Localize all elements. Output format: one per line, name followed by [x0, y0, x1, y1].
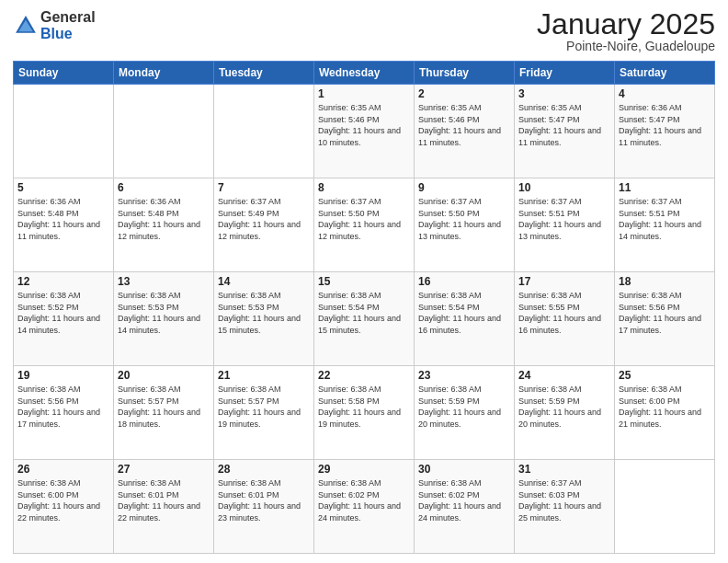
weekday-header-tuesday: Tuesday: [214, 62, 314, 85]
day-info: Sunrise: 6:38 AMSunset: 5:53 PMDaylight:…: [218, 290, 310, 336]
day-number: 21: [218, 369, 310, 382]
day-number: 1: [318, 87, 410, 100]
day-info: Sunrise: 6:38 AMSunset: 6:02 PMDaylight:…: [318, 477, 410, 523]
day-number: 6: [118, 181, 210, 194]
day-number: 30: [418, 463, 510, 476]
week-row-2: 5Sunrise: 6:36 AMSunset: 5:48 PMDaylight…: [14, 178, 715, 272]
day-number: 23: [418, 369, 510, 382]
day-info: Sunrise: 6:37 AMSunset: 5:51 PMDaylight:…: [619, 196, 711, 242]
day-number: 19: [17, 369, 109, 382]
day-number: 24: [518, 369, 610, 382]
day-info: Sunrise: 6:38 AMSunset: 6:02 PMDaylight:…: [418, 477, 510, 523]
logo: General Blue: [13, 9, 96, 41]
day-number: 31: [518, 463, 610, 476]
day-info: Sunrise: 6:36 AMSunset: 5:48 PMDaylight:…: [118, 196, 210, 242]
day-number: 25: [619, 369, 711, 382]
day-cell: 21Sunrise: 6:38 AMSunset: 5:57 PMDayligh…: [214, 366, 314, 460]
day-cell: 20Sunrise: 6:38 AMSunset: 5:57 PMDayligh…: [114, 366, 214, 460]
day-cell: 27Sunrise: 6:38 AMSunset: 6:01 PMDayligh…: [114, 460, 214, 554]
day-number: 20: [118, 369, 210, 382]
day-cell: 1Sunrise: 6:35 AMSunset: 5:46 PMDaylight…: [314, 85, 415, 178]
day-cell: 9Sunrise: 6:37 AMSunset: 5:50 PMDaylight…: [415, 178, 515, 272]
day-info: Sunrise: 6:38 AMSunset: 5:58 PMDaylight:…: [318, 384, 410, 430]
weekday-header-saturday: Saturday: [615, 62, 715, 85]
day-info: Sunrise: 6:38 AMSunset: 5:55 PMDaylight:…: [518, 290, 610, 336]
day-cell: 8Sunrise: 6:37 AMSunset: 5:50 PMDaylight…: [314, 178, 415, 272]
day-cell: 29Sunrise: 6:38 AMSunset: 6:02 PMDayligh…: [314, 460, 415, 554]
month-title: January 2025: [537, 9, 715, 39]
day-number: 4: [619, 87, 711, 100]
day-cell: 30Sunrise: 6:38 AMSunset: 6:02 PMDayligh…: [415, 460, 515, 554]
day-cell: [615, 460, 715, 554]
logo-icon: [13, 13, 39, 39]
week-row-4: 19Sunrise: 6:38 AMSunset: 5:56 PMDayligh…: [14, 366, 715, 460]
header: General Blue January 2025 Pointe-Noire, …: [13, 9, 715, 53]
day-cell: 28Sunrise: 6:38 AMSunset: 6:01 PMDayligh…: [214, 460, 314, 554]
day-cell: 4Sunrise: 6:36 AMSunset: 5:47 PMDaylight…: [615, 85, 715, 178]
day-cell: 19Sunrise: 6:38 AMSunset: 5:56 PMDayligh…: [14, 366, 114, 460]
day-cell: [14, 85, 114, 178]
day-info: Sunrise: 6:37 AMSunset: 6:03 PMDaylight:…: [518, 477, 610, 523]
day-number: 7: [218, 181, 310, 194]
day-number: 26: [17, 463, 109, 476]
day-number: 18: [619, 275, 711, 288]
weekday-header-row: SundayMondayTuesdayWednesdayThursdayFrid…: [14, 62, 715, 85]
day-info: Sunrise: 6:38 AMSunset: 5:59 PMDaylight:…: [518, 384, 610, 430]
day-cell: 5Sunrise: 6:36 AMSunset: 5:48 PMDaylight…: [14, 178, 114, 272]
logo-blue-text: Blue: [40, 26, 96, 42]
day-number: 15: [318, 275, 410, 288]
day-cell: 3Sunrise: 6:35 AMSunset: 5:47 PMDaylight…: [515, 85, 615, 178]
day-number: 12: [17, 275, 109, 288]
day-info: Sunrise: 6:37 AMSunset: 5:50 PMDaylight:…: [418, 196, 510, 242]
day-cell: 13Sunrise: 6:38 AMSunset: 5:53 PMDayligh…: [114, 272, 214, 366]
week-row-1: 1Sunrise: 6:35 AMSunset: 5:46 PMDaylight…: [14, 85, 715, 178]
day-number: 17: [518, 275, 610, 288]
page: General Blue January 2025 Pointe-Noire, …: [0, 0, 728, 563]
day-cell: [214, 85, 314, 178]
day-info: Sunrise: 6:38 AMSunset: 6:01 PMDaylight:…: [118, 477, 210, 523]
day-cell: 23Sunrise: 6:38 AMSunset: 5:59 PMDayligh…: [415, 366, 515, 460]
day-cell: 25Sunrise: 6:38 AMSunset: 6:00 PMDayligh…: [615, 366, 715, 460]
day-cell: 7Sunrise: 6:37 AMSunset: 5:49 PMDaylight…: [214, 178, 314, 272]
day-info: Sunrise: 6:38 AMSunset: 5:56 PMDaylight:…: [17, 384, 109, 430]
day-number: 29: [318, 463, 410, 476]
weekday-header-friday: Friday: [515, 62, 615, 85]
day-cell: 2Sunrise: 6:35 AMSunset: 5:46 PMDaylight…: [415, 85, 515, 178]
week-row-5: 26Sunrise: 6:38 AMSunset: 6:00 PMDayligh…: [14, 460, 715, 554]
day-info: Sunrise: 6:36 AMSunset: 5:48 PMDaylight:…: [17, 196, 109, 242]
day-info: Sunrise: 6:38 AMSunset: 5:54 PMDaylight:…: [418, 290, 510, 336]
day-number: 22: [318, 369, 410, 382]
day-info: Sunrise: 6:38 AMSunset: 5:57 PMDaylight:…: [218, 384, 310, 430]
day-number: 28: [218, 463, 310, 476]
weekday-header-wednesday: Wednesday: [314, 62, 415, 85]
location-subtitle: Pointe-Noire, Guadeloupe: [537, 39, 715, 53]
logo-text: General Blue: [40, 9, 96, 41]
day-number: 14: [218, 275, 310, 288]
day-info: Sunrise: 6:38 AMSunset: 6:00 PMDaylight:…: [619, 384, 711, 430]
day-info: Sunrise: 6:38 AMSunset: 5:53 PMDaylight:…: [118, 290, 210, 336]
day-cell: 12Sunrise: 6:38 AMSunset: 5:52 PMDayligh…: [14, 272, 114, 366]
day-cell: 17Sunrise: 6:38 AMSunset: 5:55 PMDayligh…: [515, 272, 615, 366]
day-number: 16: [418, 275, 510, 288]
day-number: 27: [118, 463, 210, 476]
day-info: Sunrise: 6:35 AMSunset: 5:46 PMDaylight:…: [318, 102, 410, 148]
day-info: Sunrise: 6:38 AMSunset: 5:59 PMDaylight:…: [418, 384, 510, 430]
day-number: 8: [318, 181, 410, 194]
day-number: 2: [418, 87, 510, 100]
calendar-table: SundayMondayTuesdayWednesdayThursdayFrid…: [13, 61, 715, 554]
day-info: Sunrise: 6:36 AMSunset: 5:47 PMDaylight:…: [619, 102, 711, 148]
weekday-header-sunday: Sunday: [14, 62, 114, 85]
day-info: Sunrise: 6:37 AMSunset: 5:49 PMDaylight:…: [218, 196, 310, 242]
day-cell: 16Sunrise: 6:38 AMSunset: 5:54 PMDayligh…: [415, 272, 515, 366]
day-info: Sunrise: 6:38 AMSunset: 5:57 PMDaylight:…: [118, 384, 210, 430]
day-cell: 26Sunrise: 6:38 AMSunset: 6:00 PMDayligh…: [14, 460, 114, 554]
day-number: 10: [518, 181, 610, 194]
day-info: Sunrise: 6:35 AMSunset: 5:46 PMDaylight:…: [418, 102, 510, 148]
day-info: Sunrise: 6:37 AMSunset: 5:50 PMDaylight:…: [318, 196, 410, 242]
day-number: 11: [619, 181, 711, 194]
day-cell: 24Sunrise: 6:38 AMSunset: 5:59 PMDayligh…: [515, 366, 615, 460]
day-info: Sunrise: 6:37 AMSunset: 5:51 PMDaylight:…: [518, 196, 610, 242]
day-number: 3: [518, 87, 610, 100]
day-cell: 6Sunrise: 6:36 AMSunset: 5:48 PMDaylight…: [114, 178, 214, 272]
day-cell: 15Sunrise: 6:38 AMSunset: 5:54 PMDayligh…: [314, 272, 415, 366]
